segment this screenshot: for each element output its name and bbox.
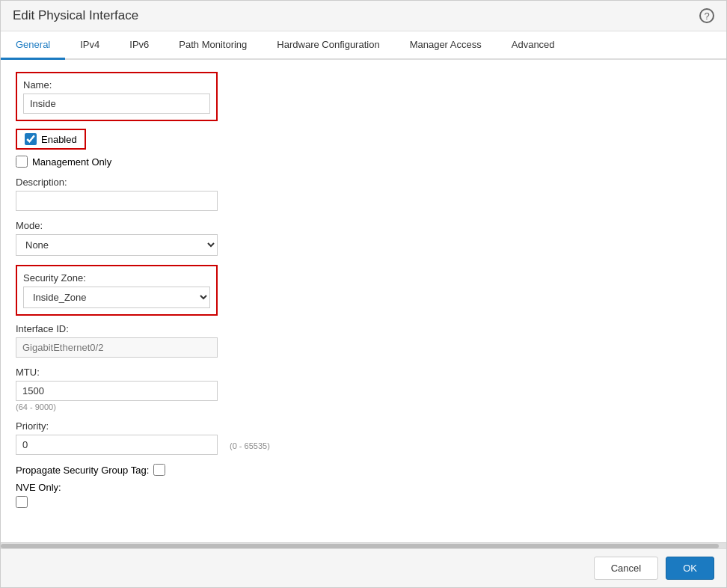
mode-label: Mode: — [16, 220, 711, 231]
interface-id-input — [16, 337, 218, 358]
help-icon[interactable]: ? — [699, 8, 714, 23]
dialog-header: Edit Physical Interface ? — [1, 1, 726, 31]
propagate-checkbox[interactable] — [153, 464, 165, 476]
tab-ipv4[interactable]: IPv4 — [65, 31, 114, 60]
tab-path-monitoring[interactable]: Path Monitoring — [164, 31, 262, 60]
mtu-hint: (64 - 9000) — [16, 402, 711, 411]
mode-select[interactable]: None Passive Erspan — [16, 234, 218, 256]
nve-group: NVE Only: — [16, 482, 711, 508]
ok-button[interactable]: OK — [666, 557, 714, 580]
tab-hardware-configuration[interactable]: Hardware Configuration — [262, 31, 394, 60]
dialog-footer: Cancel OK — [1, 548, 726, 587]
description-input[interactable] — [16, 191, 218, 211]
enabled-label: Enabled — [41, 134, 77, 145]
mtu-input[interactable] — [16, 381, 218, 401]
priority-row: (0 - 65535) — [16, 435, 711, 455]
scrollbar-thumb[interactable] — [1, 544, 719, 548]
priority-input[interactable] — [16, 435, 218, 455]
propagate-label: Propagate Security Group Tag: — [16, 465, 149, 476]
description-label: Description: — [16, 177, 711, 188]
security-zone-select[interactable]: Inside_Zone Outside_Zone DMZ_Zone — [23, 287, 210, 308]
management-only-group: Management Only — [16, 156, 711, 168]
name-input[interactable] — [23, 94, 210, 114]
tab-general[interactable]: General — [1, 31, 65, 60]
mode-group: Mode: None Passive Erspan — [16, 220, 711, 256]
priority-label: Priority: — [16, 420, 711, 432]
enabled-checkbox[interactable] — [25, 133, 37, 145]
name-label: Name: — [23, 79, 210, 91]
tab-advanced[interactable]: Advanced — [497, 31, 570, 60]
management-only-label: Management Only — [32, 156, 111, 168]
description-group: Description: — [16, 177, 711, 211]
security-zone-label: Security Zone: — [23, 272, 210, 284]
nve-checkbox[interactable] — [16, 496, 28, 508]
edit-physical-interface-dialog: Edit Physical Interface ? General IPv4 I… — [0, 0, 727, 588]
priority-group: Priority: (0 - 65535) — [16, 420, 711, 455]
form-content: Name: Enabled Management Only Descriptio… — [1, 60, 726, 542]
propagate-group: Propagate Security Group Tag: — [16, 464, 711, 476]
interface-id-group: Interface ID: — [16, 323, 711, 358]
dialog-title: Edit Physical Interface — [13, 8, 138, 23]
tab-bar: General IPv4 IPv6 Path Monitoring Hardwa… — [1, 31, 726, 60]
mtu-label: MTU: — [16, 367, 711, 378]
management-only-checkbox[interactable] — [16, 156, 28, 168]
cancel-button[interactable]: Cancel — [594, 557, 658, 580]
scrollbar-area[interactable] — [1, 542, 726, 548]
nve-label: NVE Only: — [16, 482, 711, 493]
tab-ipv6[interactable]: IPv6 — [114, 31, 164, 60]
mtu-group: MTU: (64 - 9000) — [16, 367, 711, 411]
tab-manager-access[interactable]: Manager Access — [395, 31, 497, 60]
priority-hint: (0 - 65535) — [230, 441, 270, 450]
interface-id-label: Interface ID: — [16, 323, 711, 334]
